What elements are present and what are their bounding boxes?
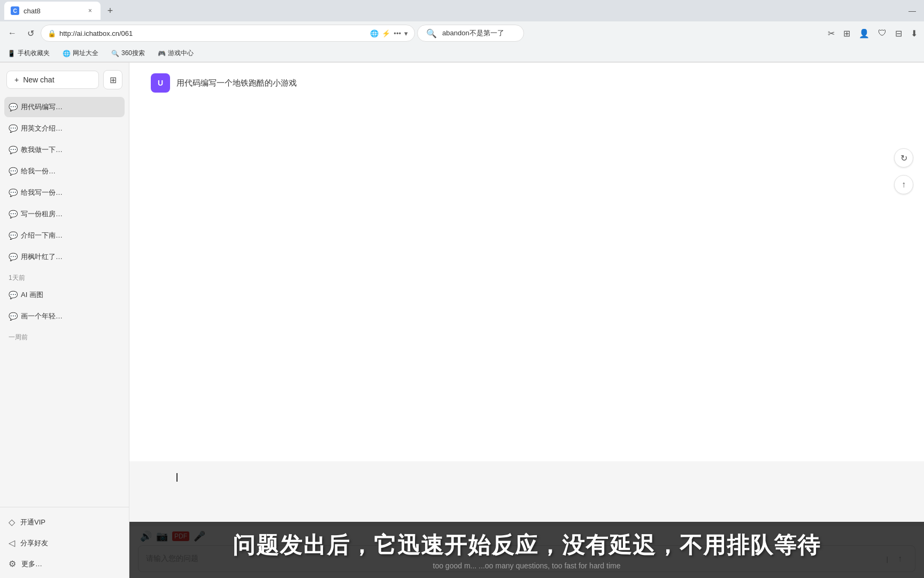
upload-button-2[interactable]: ↑ [96, 144, 107, 156]
window-controls: — [905, 3, 920, 18]
chat-item-5[interactable]: 💬 写一份租房… ✎ ↑ 🗑 [4, 204, 125, 224]
delete-button-2[interactable]: 🗑 [109, 144, 120, 156]
shield-icon[interactable]: 🛡 [876, 26, 889, 40]
chat-bubble-icon-4: 💬 [9, 188, 18, 197]
delete-button-7[interactable]: 🗑 [109, 251, 120, 263]
settings-icon: ⚙ [9, 559, 16, 569]
active-tab[interactable]: C chat8 × [4, 2, 101, 20]
edit-button-young[interactable]: ✎ [83, 310, 95, 322]
reload-button[interactable]: ↺ [22, 25, 38, 41]
delete-button-4[interactable]: 🗑 [109, 187, 120, 199]
more-icon[interactable]: ••• [394, 29, 401, 37]
upload-button-0[interactable]: ↑ [96, 101, 107, 113]
chat-bubble-icon: 💬 [9, 103, 18, 111]
new-chat-button[interactable]: + New chat [6, 71, 99, 89]
bookmark-games[interactable]: 🎮 游戏中心 [155, 48, 197, 59]
delete-button-ai[interactable]: 🗑 [109, 289, 120, 301]
new-tab-button[interactable]: + [103, 3, 118, 18]
scroll-to-bottom-button[interactable]: ↑ [894, 175, 913, 194]
chat-bubble-icon-ai: 💬 [9, 291, 18, 299]
chevron-down-icon[interactable]: ▾ [404, 29, 408, 37]
bookmark-sitelist[interactable]: 🌐 网址大全 [59, 48, 102, 59]
search-bar[interactable]: 🔍 abandon不是第一了 [417, 25, 524, 42]
edit-button-6[interactable]: ✎ [83, 230, 95, 241]
minimize-button[interactable]: — [905, 3, 920, 18]
edit-button-0[interactable]: ✎ [83, 101, 95, 113]
vip-icon: ◇ [9, 517, 15, 527]
edit-button-5[interactable]: ✎ [83, 208, 95, 220]
grid-icon[interactable]: ⊟ [893, 26, 904, 41]
url-bar[interactable]: 🔒 http://ai.ichatbox.cn/061 🌐 ⚡ ••• ▾ [41, 25, 415, 42]
search360-icon: 🔍 [111, 50, 119, 57]
subtitle-overlay: 问题发出后，它迅速开始反应，没有延迟，不用排队等待 too good m... … [129, 522, 924, 578]
vip-button[interactable]: ◇ 开通VIP [4, 512, 125, 533]
chat-bubble-icon-7: 💬 [9, 253, 18, 261]
chat-item-3[interactable]: 💬 给我一份… ✎ ↑ 🗑 [4, 161, 125, 181]
edit-button-4[interactable]: ✎ [83, 187, 95, 199]
upload-button-3[interactable]: ↑ [96, 165, 107, 177]
delete-button-0[interactable]: 🗑 [109, 101, 120, 113]
bookmark-360search[interactable]: 🔍 360搜索 [108, 48, 148, 59]
lock-icon: 🔒 [48, 29, 56, 37]
chat-item-4[interactable]: 💬 给我写一份… ✎ ↑ 🗑 [4, 182, 125, 203]
upload-button-young[interactable]: ↑ [96, 310, 107, 322]
user-avatar: U [151, 73, 170, 93]
edit-button-1[interactable]: ✎ [83, 123, 95, 134]
tab-bar: C chat8 × + — [0, 0, 924, 21]
chat-bubble-icon-6: 💬 [9, 231, 18, 240]
user-message-row: U 用代码编写一个地铁跑酷的小游戏 [151, 73, 903, 93]
app-layout: + New chat ⊞ 💬 用代码编写… ✎ ↑ 🗑 💬 用英文介绍… [0, 63, 924, 578]
more-button[interactable]: ⚙ 更多… [4, 553, 125, 574]
share-button[interactable]: ◁ 分享好友 [4, 533, 125, 553]
layout-toggle-button[interactable]: ⊞ [103, 70, 122, 89]
chat-bubble-icon-5: 💬 [9, 210, 18, 218]
edit-button-3[interactable]: ✎ [83, 165, 95, 177]
upload-button-4[interactable]: ↑ [96, 187, 107, 199]
chat-item-0[interactable]: 💬 用代码编写… ✎ ↑ 🗑 [4, 97, 125, 117]
edit-button-2[interactable]: ✎ [83, 144, 95, 156]
upload-button-1[interactable]: ↑ [96, 123, 107, 134]
tab-close-button[interactable]: × [86, 6, 94, 16]
translate-icon[interactable]: 🌐 [370, 29, 379, 37]
edit-button-ai[interactable]: ✎ [83, 289, 95, 301]
refresh-button[interactable]: ↻ [894, 148, 913, 168]
lightning-icon[interactable]: ⚡ [382, 29, 390, 37]
back-button[interactable]: ← [4, 25, 20, 41]
scissors-icon[interactable]: ✂ [826, 26, 837, 41]
chat-bubble-icon-young: 💬 [9, 312, 18, 321]
search-icon: 🔍 [424, 26, 439, 41]
bookmarks-bar: 📱 手机收藏夹 🌐 网址大全 🔍 360搜索 🎮 游戏中心 [0, 45, 924, 62]
delete-button-young[interactable]: 🗑 [109, 310, 120, 322]
chat-item-7[interactable]: 💬 用枫叶红了… ✎ ↑ 🗑 [4, 247, 125, 267]
section-label-1day: 1天前 [4, 268, 125, 285]
delete-button-6[interactable]: 🗑 [109, 230, 120, 241]
edit-button-7[interactable]: ✎ [83, 251, 95, 263]
delete-button-5[interactable]: 🗑 [109, 208, 120, 220]
upload-button-7[interactable]: ↑ [96, 251, 107, 263]
download-icon[interactable]: ⬇ [908, 26, 920, 41]
upload-button-6[interactable]: ↑ [96, 230, 107, 241]
chat-item-young[interactable]: 💬 画一个年轻… ✎ ↑ 🗑 [4, 306, 125, 326]
response-area [129, 461, 924, 526]
chat-item-1[interactable]: 💬 用英文介绍… ✎ ↑ 🗑 [4, 118, 125, 139]
chat-area: U 用代码编写一个地铁跑酷的小游戏 [129, 63, 924, 461]
delete-button-1[interactable]: 🗑 [109, 123, 120, 134]
games-icon: 🎮 [158, 50, 166, 57]
tab-title: chat8 [24, 7, 41, 15]
bookmark-mobile[interactable]: 📱 手机收藏夹 [4, 48, 53, 59]
upload-button-ai[interactable]: ↑ [96, 289, 107, 301]
chat-item-2[interactable]: 💬 教我做一下… ✎ ↑ 🗑 [4, 140, 125, 160]
mobile-icon: 📱 [7, 50, 16, 57]
delete-button-3[interactable]: 🗑 [109, 165, 120, 177]
share-icon: ◁ [9, 538, 15, 548]
user-message-text: 用代码编写一个地铁跑酷的小游戏 [176, 73, 297, 89]
chat-item-ai[interactable]: 💬 AI 画图 ✎ ↑ 🗑 [4, 285, 125, 305]
sidebar: + New chat ⊞ 💬 用代码编写… ✎ ↑ 🗑 💬 用英文介绍… [0, 63, 129, 578]
upload-button-5[interactable]: ↑ [96, 208, 107, 220]
extensions-icon[interactable]: ⊞ [841, 26, 852, 41]
profile-icon[interactable]: 👤 [857, 26, 872, 41]
web-icon: 🌐 [63, 50, 71, 57]
chat-list: 💬 用代码编写… ✎ ↑ 🗑 💬 用英文介绍… ✎ ↑ 🗑 💬 [0, 97, 129, 507]
chat-item-6[interactable]: 💬 介绍一下南… ✎ ↑ 🗑 [4, 225, 125, 246]
sidebar-footer: ◇ 开通VIP ◁ 分享好友 ⚙ 更多… [0, 507, 129, 578]
